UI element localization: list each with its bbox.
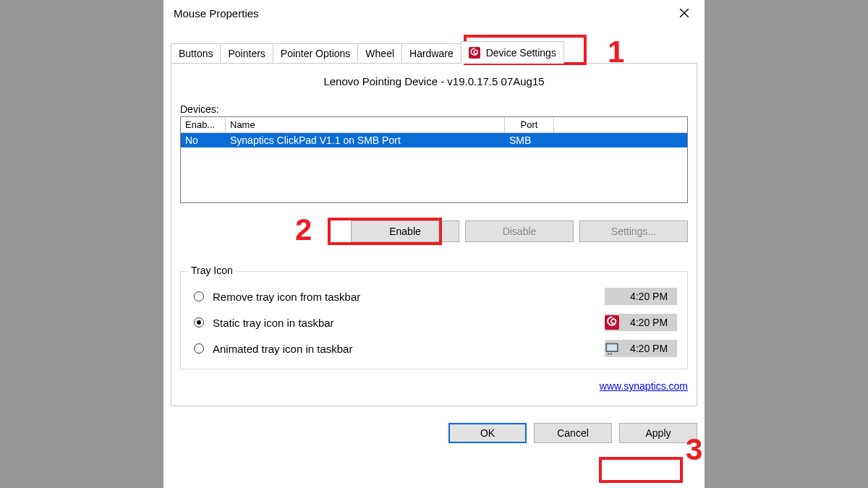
device-row-enab: No <box>181 133 226 147</box>
tab-device-settings[interactable]: Device Settings <box>461 41 564 64</box>
synaptics-link-row: www.synaptics.com <box>180 380 688 393</box>
cancel-button[interactable]: Cancel <box>534 423 612 443</box>
tray-option-static: Static tray icon in taskbar 4:20 PM <box>191 314 677 331</box>
settings-button: Settings... <box>579 221 688 242</box>
close-icon[interactable] <box>671 2 697 24</box>
tray-option-animated: Animated tray icon in taskbar 4:20 PM <box>191 340 677 357</box>
tab-wheel[interactable]: Wheel <box>357 43 402 64</box>
tab-pointers[interactable]: Pointers <box>220 43 273 64</box>
col-header-port[interactable]: Port <box>505 117 554 132</box>
tab-buttons[interactable]: Buttons <box>171 43 221 64</box>
synaptics-swirl-icon <box>469 47 480 59</box>
tray-preview-remove: 4:20 PM <box>605 288 677 305</box>
svg-point-5 <box>610 353 613 355</box>
col-header-spacer <box>554 117 687 132</box>
mouse-properties-dialog: Mouse Properties Buttons Pointers Pointe… <box>163 0 705 488</box>
device-row-name: Synaptics ClickPad V1.1 on SMB Port <box>226 133 505 147</box>
tab-pointer-options[interactable]: Pointer Options <box>273 43 359 64</box>
window-title: Mouse Properties <box>171 7 671 20</box>
tab-strip: Buttons Pointers Pointer Options Wheel H… <box>163 39 705 64</box>
disable-button: Disable <box>465 221 574 242</box>
apply-button[interactable]: Apply <box>619 423 697 443</box>
radio-animated-label[interactable]: Animated tray icon in taskbar <box>213 343 605 355</box>
device-row-port: SMB <box>505 133 554 147</box>
tab-hardware[interactable]: Hardware <box>401 43 461 64</box>
radio-static-label[interactable]: Static tray icon in taskbar <box>213 317 605 329</box>
device-row[interactable]: No Synaptics ClickPad V1.1 on SMB Port S… <box>181 133 687 147</box>
tray-icon-groupbox: Tray Icon Remove tray icon from taskbar … <box>180 271 688 369</box>
radio-remove-label[interactable]: Remove tray icon from taskbar <box>213 291 605 303</box>
titlebar: Mouse Properties <box>163 0 705 26</box>
synaptics-link[interactable]: www.synaptics.com <box>600 380 688 392</box>
tray-icon-legend: Tray Icon <box>188 265 236 276</box>
synaptics-swirl-icon <box>605 315 619 330</box>
tab-panel-device-settings: Lenovo Pointing Device - v19.0.17.5 07Au… <box>171 63 697 406</box>
tray-preview-animated: 4:20 PM <box>605 340 677 357</box>
device-list-header: Enab... Name Port <box>181 117 687 133</box>
col-header-enab[interactable]: Enab... <box>181 117 226 132</box>
svg-rect-3 <box>607 344 617 351</box>
radio-remove[interactable] <box>194 291 204 301</box>
radio-animated[interactable] <box>194 343 204 354</box>
device-button-row: Enable Disable Settings... <box>180 221 688 242</box>
device-list-body[interactable]: No Synaptics ClickPad V1.1 on SMB Port S… <box>181 133 687 202</box>
devices-label: Devices: <box>180 103 688 115</box>
dialog-button-row: OK Cancel Apply <box>171 423 697 443</box>
radio-static[interactable] <box>194 317 204 328</box>
touchpad-icon <box>605 341 619 356</box>
svg-point-4 <box>608 353 610 355</box>
tray-preview-static: 4:20 PM <box>605 314 677 331</box>
enable-button[interactable]: Enable <box>351 221 459 242</box>
tray-option-remove: Remove tray icon from taskbar 4:20 PM <box>191 288 677 305</box>
driver-title: Lenovo Pointing Device - v19.0.17.5 07Au… <box>180 75 688 87</box>
device-list: Enab... Name Port No Synaptics ClickPad … <box>180 116 688 203</box>
ok-button[interactable]: OK <box>448 423 527 443</box>
col-header-name[interactable]: Name <box>226 117 505 132</box>
blank-icon <box>605 289 619 304</box>
